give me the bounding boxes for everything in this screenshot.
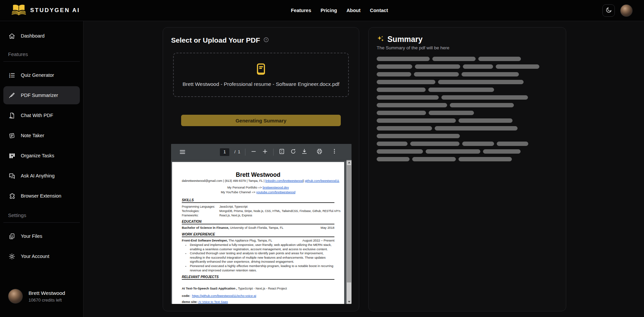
page-number-input[interactable]	[220, 148, 229, 156]
files-icon	[8, 232, 15, 240]
sidebar-item-dashboard[interactable]: Dashboard	[3, 28, 80, 44]
resume-name: Brett Westwood	[182, 171, 334, 178]
project-code-link[interactable]: https://github.com/bwestwood11/echo-voic…	[192, 294, 256, 298]
skill-value: React.js, Next.js, Express	[219, 213, 252, 218]
education-school: University of South Florida, Tampa, FL	[229, 226, 283, 229]
sidebar-item-your-files[interactable]: Your Files	[3, 227, 80, 245]
resume-link-github[interactable]: github.com/bwestwood11	[305, 179, 339, 182]
skeleton-bar	[462, 142, 494, 146]
features-divider	[3, 61, 80, 62]
help-icon[interactable]: ?	[263, 37, 269, 44]
sidebar-item-label: Browser Extension	[21, 193, 61, 199]
upload-dropzone[interactable]: Brett Westwood - Professional resume - S…	[173, 53, 349, 97]
project-subtitle: TypeScript - Next.js - React Project	[237, 286, 287, 290]
header-avatar[interactable]	[620, 4, 633, 17]
sidebar-item-browser-extension[interactable]: Browser Extension	[3, 187, 80, 205]
section-heading-projects: RELEVANT PROJECTS	[182, 275, 334, 280]
print-icon	[316, 148, 323, 156]
download-icon	[301, 148, 308, 156]
skeleton-bar	[377, 72, 411, 76]
chat-bubbles-icon	[8, 172, 15, 179]
skeleton-row	[377, 149, 558, 154]
project-title-line: AI Text-To-Speech SaaS Application , Typ…	[182, 286, 334, 290]
rotate-button[interactable]	[290, 148, 297, 156]
toolbar-separator	[245, 149, 246, 156]
fit-page-button[interactable]	[279, 148, 285, 156]
fit-page-icon	[279, 148, 285, 156]
experience-date: August 2022 – Present	[303, 239, 334, 243]
skeleton-row	[377, 88, 558, 92]
skeleton-row	[377, 111, 558, 115]
scroll-up-button[interactable]	[346, 160, 352, 165]
pdf-viewer: /1	[171, 144, 352, 304]
generating-summary-button[interactable]: Generating Summary	[181, 115, 341, 126]
sidebar-item-your-account[interactable]: Your Account	[3, 247, 80, 265]
sidebar: Dashboard Features 123Quiz GeneratorPDF …	[0, 21, 84, 317]
skeleton-bar	[438, 80, 524, 84]
skill-value: JavaScript, Typescript	[219, 205, 248, 209]
download-button[interactable]	[301, 148, 308, 156]
brand[interactable]: STUDYGEN AI	[11, 3, 80, 17]
upload-card: Select or Upload Your PDF ? Brett Westwo…	[163, 27, 359, 311]
sidebar-item-label: Ask AI Anything	[21, 173, 55, 178]
summary-card: Summary The Summary of the pdf will be h…	[368, 27, 566, 311]
skill-row: Technologies:MongoDB, Prisma, Stripe, No…	[182, 209, 334, 213]
sidebar-item-chat-with-pdf[interactable]: PDFChat With PDF	[3, 106, 80, 124]
sidebar-item-pdf-summarizer[interactable]: PDF Summarizer	[3, 86, 80, 104]
resume-link-portfolio[interactable]: brettwestwood.dev	[263, 186, 289, 189]
project-demo-line: demo site: AI Voice to Text Saas	[182, 300, 334, 304]
sidebar-item-note-taker[interactable]: Note Taker	[3, 126, 80, 145]
skeleton-row	[377, 64, 558, 69]
plus-icon	[262, 148, 268, 156]
theme-toggle-button[interactable]	[602, 4, 615, 17]
scrollbar-thumb[interactable]	[347, 165, 351, 282]
skeleton-bar	[377, 149, 423, 154]
scroll-down-button[interactable]	[346, 299, 352, 304]
skill-label: Frameworks:	[182, 213, 219, 218]
experience-bullet: Designed and implemented a fully-respons…	[189, 243, 334, 251]
zoom-in-button[interactable]	[262, 148, 268, 156]
svg-text:PDF: PDF	[9, 117, 12, 118]
more-options-button[interactable]	[331, 148, 337, 156]
resume-portfolio-line: My Personal Portfolio => brettwestwood.d…	[182, 186, 334, 190]
skeleton-row	[377, 57, 558, 61]
section-heading-experience: WORK EXPERIENCE	[182, 232, 334, 237]
nav-link-contact[interactable]: Contact	[370, 8, 388, 13]
features-section-label: Features	[8, 51, 75, 57]
sidebar-item-label: Your Account	[21, 254, 49, 259]
education-row: Bachelor of Science in Finance, Universi…	[182, 226, 334, 230]
nav-link-about[interactable]: About	[346, 8, 361, 13]
skeleton-row	[377, 126, 558, 130]
skeleton-bar	[377, 64, 412, 69]
skeleton-bar	[496, 64, 539, 69]
skeleton-bar	[377, 118, 456, 123]
pdf-viewer-body: Brett Westwood dabrettwestwood@gmail.com…	[171, 160, 352, 304]
resume-link-linkedin[interactable]: linkedin.com/brettwestwood	[265, 179, 303, 182]
sidebar-user[interactable]: Brett Westwood 10670 credits left	[8, 289, 65, 304]
resume-link-youtube[interactable]: youtube.com/brettwestwood	[256, 190, 296, 194]
pen-icon	[8, 92, 15, 99]
sidebar-settings-list: Your FilesYour Account	[3, 227, 80, 265]
zoom-out-button[interactable]	[251, 148, 257, 156]
experience-row: Front-End Software Developer, The Applia…	[182, 239, 334, 243]
pdf-scrollbar[interactable]	[346, 160, 352, 304]
sidebar-item-organize-tasks[interactable]: Organize Tasks	[3, 147, 80, 165]
nav-link-pricing[interactable]: Pricing	[321, 8, 337, 13]
skeleton-row	[377, 72, 558, 76]
page-count-label: /1	[234, 150, 240, 154]
skeleton-paragraph	[377, 80, 558, 138]
sidebar-item-quiz-generator[interactable]: 123Quiz Generator	[3, 66, 80, 84]
home-icon	[8, 32, 15, 40]
skeleton-bar	[426, 149, 480, 154]
print-button[interactable]	[316, 148, 323, 156]
skeleton-bar	[377, 142, 408, 146]
skeleton-bar	[435, 126, 518, 130]
project-demo-link[interactable]: AI Voice to Text Saas	[198, 300, 228, 304]
skeleton-bar	[428, 88, 494, 92]
brand-name: STUDYGEN AI	[30, 7, 80, 14]
sidebar-item-ask-ai-anything[interactable]: Ask AI Anything	[3, 167, 80, 185]
skill-label: Technologies:	[182, 209, 219, 213]
menu-button[interactable]	[179, 149, 186, 157]
nav-link-features[interactable]: Features	[291, 8, 311, 13]
skeleton-bar	[377, 57, 430, 61]
